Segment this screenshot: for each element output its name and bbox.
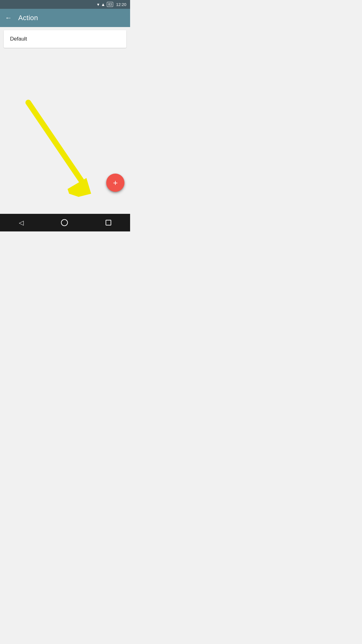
default-card[interactable]: Default xyxy=(4,30,126,48)
app-bar: ← Action xyxy=(0,9,130,27)
page-title: Action xyxy=(18,14,38,22)
status-bar: ▾ ▲ 83 12:20 xyxy=(0,0,130,9)
content-area: Default + xyxy=(0,27,130,214)
time-display: 12:20 xyxy=(116,2,126,7)
battery-icon: 83 xyxy=(107,2,113,7)
wifi-icon: ▾ xyxy=(97,2,99,7)
svg-marker-2 xyxy=(68,178,91,197)
add-fab-button[interactable]: + xyxy=(106,174,124,192)
nav-recent-button[interactable] xyxy=(106,220,111,225)
back-button[interactable]: ← xyxy=(5,14,12,22)
signal-icon: ▲ xyxy=(101,2,105,7)
svg-line-1 xyxy=(28,103,82,181)
status-icons: ▾ ▲ 83 12:20 xyxy=(97,2,126,7)
default-card-label: Default xyxy=(10,36,27,42)
bottom-nav-bar: ◁ xyxy=(0,214,130,231)
arrow-annotation xyxy=(19,96,97,197)
nav-home-button[interactable] xyxy=(61,219,68,226)
add-icon: + xyxy=(113,179,118,187)
nav-back-button[interactable]: ◁ xyxy=(19,219,24,226)
